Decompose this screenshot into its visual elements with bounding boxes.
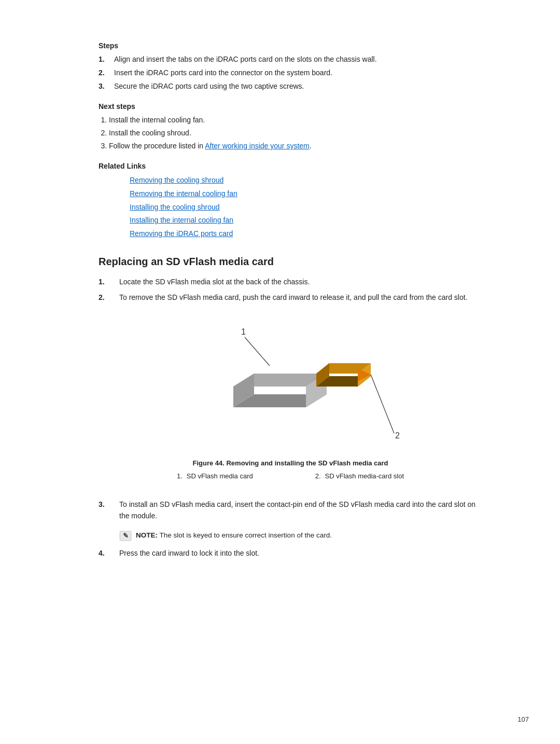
step3-num: 3. [99,499,119,522]
step4-item: 4. Press the card inward to lock it into… [99,547,482,559]
related-link-removing-idrac[interactable]: Removing the iDRAC ports card [130,228,482,240]
related-links-section: Related Links Removing the cooling shrou… [99,162,482,240]
steps-heading: Steps [99,42,482,50]
figure-label-2: 2. SD vFlash media-card slot [315,472,404,480]
figure-container: 1 [99,319,482,488]
figure-label-1-text: SD vFlash media card [187,472,253,480]
related-links-list: Removing the cooling shroud Removing the… [99,174,482,240]
svg-text:✎: ✎ [123,532,129,540]
step-num: 2. [99,67,114,78]
next-step-item: Install the cooling shroud. [109,128,482,139]
step-item: 3. Secure the iDRAC ports card using the… [99,81,482,92]
related-link-removing-fan[interactable]: Removing the internal cooling fan [130,188,482,200]
next-step-item: Follow the procedure listed in After wor… [109,141,482,151]
step-item: 2. Insert the iDRAC ports card into the … [99,67,482,78]
svg-text:1: 1 [241,327,246,336]
step-num: 1. [99,54,114,65]
svg-line-11 [371,375,394,433]
related-link-installing-shroud[interactable]: Installing the cooling shroud [130,201,482,214]
note-icon: ✎ [119,531,132,541]
note-box: ✎ NOTE: The slot is keyed to ensure corr… [119,530,482,541]
note-text: NOTE: The slot is keyed to ensure correc… [136,530,332,541]
svg-text:2: 2 [395,431,400,440]
step3-text: To install an SD vFlash media card, inse… [119,499,482,522]
step-text: Insert the iDRAC ports card into the con… [114,67,332,78]
figure-diagram: 1 [166,319,415,454]
next-step-text: Install the cooling shroud. [109,129,191,137]
figure-label-1-num: 1. [177,472,183,480]
next-steps-section: Next steps Install the internal cooling … [99,102,482,151]
replacing-title: Replacing an SD vFlash media card [99,256,482,268]
note-body: The slot is keyed to ensure correct inse… [160,531,332,539]
related-link-removing-shroud[interactable]: Removing the cooling shroud [130,174,482,187]
related-link-installing-fan[interactable]: Installing the internal cooling fan [130,214,482,227]
figure-label-1: 1. SD vFlash media card [177,472,253,480]
next-step-item: Install the internal cooling fan. [109,115,482,126]
step3-list: 3. To install an SD vFlash media card, i… [99,499,482,522]
replacing-step-text: Locate the SD vFlash media slot at the b… [119,276,310,287]
step-num: 3. [99,81,114,92]
svg-line-1 [245,337,270,366]
step4-list: 4. Press the card inward to lock it into… [99,547,482,559]
replacing-section: Replacing an SD vFlash media card 1. Loc… [99,256,482,559]
next-step-text: Install the internal cooling fan. [109,116,205,124]
page-number: 107 [517,715,529,723]
figure-label-2-text: SD vFlash media-card slot [325,472,404,480]
step-item: 1. Align and insert the tabs on the iDRA… [99,54,482,65]
replacing-step-num: 1. [99,276,119,287]
steps-section: Steps 1. Align and insert the tabs on th… [99,42,482,92]
figure-label-2-num: 2. [315,472,321,480]
step4-text: Press the card inward to lock it into th… [119,547,259,559]
step-text: Secure the iDRAC ports card using the tw… [114,81,304,92]
next-step-text: Follow the procedure listed in After wor… [109,142,312,150]
replacing-step-item: 2. To remove the SD vFlash media card, p… [99,292,482,303]
replacing-step-text: To remove the SD vFlash media card, push… [119,292,468,303]
figure-caption: Figure 44. Removing and installing the S… [192,459,388,467]
step-text: Align and insert the tabs on the iDRAC p… [114,54,377,65]
next-steps-heading: Next steps [99,102,482,111]
next-steps-list: Install the internal cooling fan. Instal… [109,115,482,151]
note-label: NOTE: [136,531,158,539]
steps-list: 1. Align and insert the tabs on the iDRA… [99,54,482,92]
figure-labels: 1. SD vFlash media card 2. SD vFlash med… [177,472,404,480]
step3-item: 3. To install an SD vFlash media card, i… [99,499,482,522]
replacing-step-num: 2. [99,292,119,303]
replacing-step-item: 1. Locate the SD vFlash media slot at th… [99,276,482,287]
related-links-heading: Related Links [99,162,482,170]
replacing-steps-list: 1. Locate the SD vFlash media slot at th… [99,276,482,304]
after-working-link[interactable]: After working inside your system [205,142,310,150]
step4-num: 4. [99,547,119,559]
